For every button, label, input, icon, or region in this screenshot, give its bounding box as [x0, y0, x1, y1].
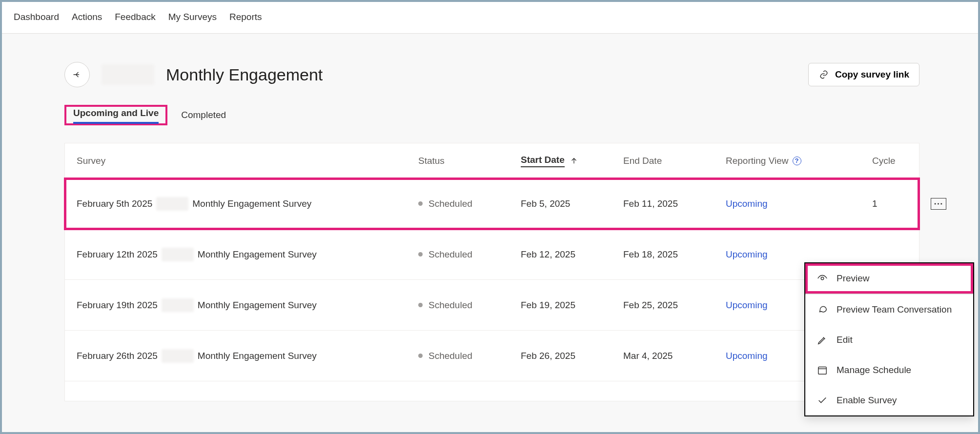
- table-row[interactable]: February 12th 2025 Monthly Engagement Su…: [65, 229, 919, 280]
- menu-preview-team-label: Preview Team Conversation: [837, 304, 952, 315]
- info-icon[interactable]: ?: [793, 157, 801, 165]
- row-actions-menu: Preview Preview Team Conversation Edit M…: [804, 262, 974, 416]
- menu-manage-schedule-label: Manage Schedule: [837, 365, 911, 375]
- survey-name-prefix: February 5th 2025: [77, 198, 152, 209]
- more-actions-button[interactable]: ⋯: [931, 198, 946, 210]
- survey-name: February 19th 2025 Monthly Engagement Su…: [77, 298, 418, 312]
- status-label: Scheduled: [429, 249, 472, 260]
- start-date: Feb 26, 2025: [521, 351, 623, 361]
- nav-reports[interactable]: Reports: [229, 12, 262, 22]
- status-cell: Scheduled: [418, 198, 521, 209]
- th-status[interactable]: Status: [418, 156, 521, 166]
- status-label: Scheduled: [429, 198, 472, 209]
- end-date: Mar 4, 2025: [623, 351, 726, 361]
- status-cell: Scheduled: [418, 300, 521, 311]
- survey-name-prefix: February 12th 2025: [77, 249, 158, 260]
- redacted-org-name: [102, 64, 154, 85]
- menu-preview-team-conversation[interactable]: Preview Team Conversation: [805, 295, 973, 325]
- start-date: Feb 12, 2025: [521, 249, 623, 260]
- status-cell: Scheduled: [418, 351, 521, 361]
- tab-upcoming-live[interactable]: Upcoming and Live: [70, 103, 162, 123]
- th-start-date-label: Start Date: [521, 155, 565, 167]
- menu-edit-label: Edit: [837, 335, 853, 345]
- survey-name-suffix: Monthly Engagement Survey: [198, 300, 317, 311]
- top-nav: Dashboard Actions Feedback My Surveys Re…: [2, 2, 978, 34]
- status-dot-icon: [418, 201, 423, 206]
- survey-name-suffix: Monthly Engagement Survey: [198, 249, 317, 260]
- table-row-empty: [65, 381, 919, 401]
- check-icon: [817, 395, 828, 406]
- menu-preview-label: Preview: [837, 273, 870, 284]
- th-start-date[interactable]: Start Date: [521, 155, 623, 167]
- copy-survey-link-button[interactable]: Copy survey link: [808, 63, 919, 86]
- reporting-view-link[interactable]: Upcoming: [726, 198, 872, 209]
- menu-edit[interactable]: Edit: [805, 325, 973, 355]
- surveys-table: Survey Status Start Date End Date Report…: [64, 143, 919, 401]
- end-date: Feb 18, 2025: [623, 249, 726, 260]
- redacted-text: [156, 197, 188, 211]
- cycle-value: 1: [872, 198, 931, 209]
- nav-my-surveys[interactable]: My Surveys: [168, 12, 217, 22]
- copy-survey-link-label: Copy survey link: [835, 69, 909, 80]
- chat-icon: [817, 304, 828, 315]
- survey-name: February 5th 2025 Monthly Engagement Sur…: [77, 197, 418, 211]
- link-icon: [818, 69, 829, 80]
- survey-name-prefix: February 19th 2025: [77, 300, 158, 311]
- start-date: Feb 5, 2025: [521, 198, 623, 209]
- table-header: Survey Status Start Date End Date Report…: [65, 143, 919, 178]
- end-date: Feb 25, 2025: [623, 300, 726, 311]
- survey-name-suffix: Monthly Engagement Survey: [192, 198, 311, 209]
- status-label: Scheduled: [429, 300, 472, 311]
- menu-enable-survey-label: Enable Survey: [837, 395, 897, 406]
- th-reporting-view[interactable]: Reporting View ?: [726, 156, 872, 166]
- nav-actions[interactable]: Actions: [72, 12, 102, 22]
- th-survey[interactable]: Survey: [77, 156, 418, 166]
- survey-name: February 26th 2025 Monthly Engagement Su…: [77, 349, 418, 363]
- table-row[interactable]: February 5th 2025 Monthly Engagement Sur…: [65, 178, 919, 229]
- th-cycle[interactable]: Cycle: [872, 156, 931, 166]
- redacted-text: [162, 298, 194, 312]
- th-end-date[interactable]: End Date: [623, 156, 726, 166]
- reporting-view-link[interactable]: Upcoming: [726, 249, 872, 260]
- menu-enable-survey[interactable]: Enable Survey: [805, 385, 973, 415]
- th-reporting-view-label: Reporting View: [726, 156, 789, 166]
- nav-dashboard[interactable]: Dashboard: [14, 12, 59, 22]
- tabs: Upcoming and Live Completed: [64, 105, 919, 125]
- svg-point-0: [821, 277, 824, 280]
- redacted-text: [162, 248, 194, 261]
- highlight-box-tab: Upcoming and Live: [64, 105, 167, 125]
- eye-icon: [817, 273, 828, 284]
- sort-asc-icon: [569, 156, 579, 166]
- menu-preview[interactable]: Preview: [805, 263, 973, 294]
- start-date: Feb 19, 2025: [521, 300, 623, 311]
- survey-name-suffix: Monthly Engagement Survey: [198, 351, 317, 361]
- page-header: Monthly Engagement Copy survey link: [64, 62, 919, 87]
- arrow-left-icon: [72, 69, 82, 80]
- pencil-icon: [817, 335, 828, 345]
- calendar-icon: [817, 365, 828, 375]
- status-label: Scheduled: [429, 351, 472, 361]
- back-button[interactable]: [64, 62, 90, 87]
- survey-name-prefix: February 26th 2025: [77, 351, 158, 361]
- svg-rect-1: [818, 367, 827, 375]
- status-dot-icon: [418, 354, 423, 358]
- redacted-text: [162, 349, 194, 363]
- status-dot-icon: [418, 252, 423, 256]
- end-date: Feb 11, 2025: [623, 198, 726, 209]
- page-title: Monthly Engagement: [166, 65, 323, 84]
- survey-name: February 12th 2025 Monthly Engagement Su…: [77, 248, 418, 261]
- table-row[interactable]: February 26th 2025 Monthly Engagement Su…: [65, 331, 919, 381]
- menu-manage-schedule[interactable]: Manage Schedule: [805, 355, 973, 385]
- nav-feedback[interactable]: Feedback: [115, 12, 155, 22]
- status-dot-icon: [418, 303, 423, 307]
- status-cell: Scheduled: [418, 249, 521, 260]
- table-row[interactable]: February 19th 2025 Monthly Engagement Su…: [65, 280, 919, 331]
- tab-completed[interactable]: Completed: [178, 105, 229, 125]
